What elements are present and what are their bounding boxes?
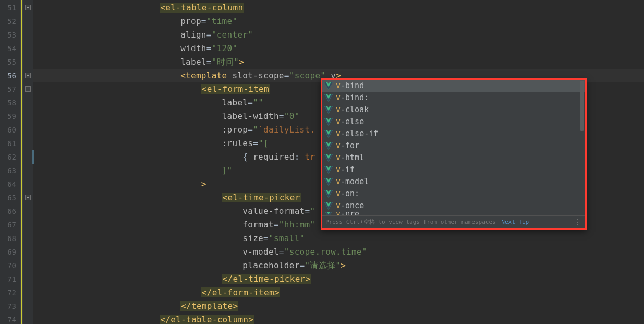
- completion-item[interactable]: v-html: [322, 152, 585, 164]
- completion-item[interactable]: v-cloak: [322, 104, 585, 116]
- line-number: 74: [0, 313, 19, 324]
- fold-toggle-icon[interactable]: [25, 195, 31, 200]
- code-line[interactable]: width="120": [33, 42, 644, 55]
- more-icon[interactable]: ⋮: [574, 217, 582, 227]
- code-line[interactable]: </el-form-item>: [33, 286, 644, 299]
- vue-icon: [324, 142, 333, 150]
- line-number: 72: [0, 286, 19, 299]
- code-line[interactable]: <el-table-column: [33, 1, 644, 15]
- code-line[interactable]: </el-table-column>: [33, 313, 644, 324]
- completion-item[interactable]: v-else: [322, 116, 585, 128]
- code-line[interactable]: placeholder="请选择">: [33, 259, 644, 272]
- next-tip-link[interactable]: Next Tip: [501, 219, 529, 225]
- line-number: 65: [0, 191, 19, 205]
- line-number: 66: [0, 205, 19, 218]
- code-line[interactable]: </template>: [33, 299, 644, 313]
- line-number: 54: [0, 42, 19, 55]
- line-number: 61: [0, 137, 19, 150]
- line-number-column: 5152535455565758596061626364656667686970…: [0, 0, 20, 324]
- code-line[interactable]: size="small": [33, 232, 644, 245]
- code-editor[interactable]: 5152535455565758596061626364656667686970…: [0, 0, 644, 324]
- completion-item-label: v-html: [336, 152, 364, 164]
- line-number: 51: [0, 1, 19, 15]
- scrollbar-thumb[interactable]: [580, 81, 584, 131]
- line-number: 67: [0, 218, 19, 232]
- completion-item-label: v-bind:: [336, 92, 369, 104]
- completion-item-label: v-on:: [336, 188, 359, 200]
- completion-item-label: v-else: [336, 116, 364, 128]
- line-number: 55: [0, 55, 19, 69]
- completion-item[interactable]: v-for: [322, 140, 585, 152]
- completion-item-label: v-once: [336, 200, 364, 212]
- line-number: 59: [0, 110, 19, 123]
- completion-item-label: v-if: [336, 164, 355, 176]
- completion-item[interactable]: v-if: [322, 164, 585, 176]
- vue-icon: [324, 94, 333, 102]
- completion-item[interactable]: v-bind:: [322, 92, 585, 104]
- completion-item-label: v-bind: [336, 80, 364, 92]
- completion-item[interactable]: v-on:: [322, 188, 585, 200]
- line-number: 73: [0, 299, 19, 313]
- completion-item-label: v-cloak: [336, 104, 369, 116]
- completion-item[interactable]: v-else-if: [322, 128, 585, 140]
- code-line[interactable]: v-model="scope.row.time": [33, 245, 644, 259]
- completion-list[interactable]: v-bindv-bind:v-cloakv-elsev-else-ifv-for…: [322, 80, 585, 215]
- completion-item-label: v-else-if: [336, 128, 378, 140]
- line-number: 62: [0, 150, 19, 164]
- vue-icon: [324, 166, 333, 174]
- completion-item-label: v-model: [336, 176, 369, 188]
- fold-toggle-icon[interactable]: [25, 86, 31, 92]
- fold-toggle-icon[interactable]: [25, 73, 31, 78]
- line-number: 58: [0, 96, 19, 110]
- vue-icon: [324, 154, 333, 162]
- code-line[interactable]: prop="time": [33, 15, 644, 28]
- completion-hint: Press Ctrl+空格 to view tags from other na…: [325, 219, 496, 225]
- line-number: 71: [0, 272, 19, 286]
- completion-item[interactable]: v-bind: [322, 80, 585, 92]
- gutter: 5152535455565758596061626364656667686970…: [0, 0, 33, 324]
- code-line[interactable]: align="center": [33, 28, 644, 42]
- vue-icon: [324, 106, 333, 114]
- line-number: 52: [0, 15, 19, 28]
- vue-icon: [324, 190, 333, 198]
- vue-icon: [324, 82, 333, 90]
- code-line[interactable]: label="时间">: [33, 55, 644, 69]
- vue-icon: [324, 130, 333, 138]
- line-number: 56: [0, 69, 19, 82]
- line-number: 69: [0, 245, 19, 259]
- completion-item-label: v-for: [336, 140, 359, 152]
- completion-item[interactable]: v-once: [322, 200, 585, 212]
- line-number: 60: [0, 123, 19, 137]
- completion-footer: Press Ctrl+空格 to view tags from other na…: [322, 215, 585, 228]
- code-line[interactable]: </el-time-picker>: [33, 272, 644, 286]
- vue-icon: [324, 202, 333, 210]
- vue-icon: [324, 212, 333, 215]
- line-number: 64: [0, 177, 19, 191]
- line-number: 57: [0, 82, 19, 96]
- completion-item-label: v-pre: [336, 212, 359, 215]
- fold-toggle-icon[interactable]: [25, 5, 31, 10]
- line-number: 70: [0, 259, 19, 272]
- line-number: 63: [0, 164, 19, 177]
- completion-popup[interactable]: v-bindv-bind:v-cloakv-elsev-else-ifv-for…: [321, 78, 587, 230]
- line-number: 68: [0, 232, 19, 245]
- completion-item[interactable]: v-model: [322, 176, 585, 188]
- completion-item[interactable]: v-pre: [322, 212, 585, 215]
- vue-icon: [324, 178, 333, 186]
- line-number: 53: [0, 28, 19, 42]
- vue-icon: [324, 118, 333, 126]
